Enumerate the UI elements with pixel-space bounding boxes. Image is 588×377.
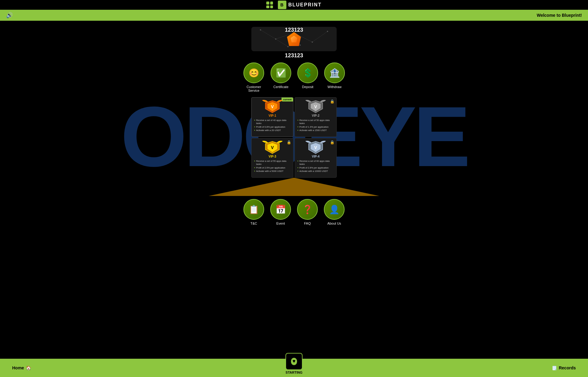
svg-line-3 — [312, 31, 328, 42]
vip2-title: VIP-2 — [297, 114, 334, 117]
svg-point-7 — [275, 38, 276, 40]
about-us-item[interactable]: 👤 About Us — [324, 199, 345, 225]
faq-icon: ❓ — [297, 199, 318, 220]
grid-icon[interactable] — [266, 2, 273, 8]
user-id-display: 123123 — [285, 52, 303, 59]
vip2-feature1: Receive a set of 50 apps data tasks — [297, 119, 334, 125]
about-us-icon: 👤 — [324, 199, 345, 220]
vip2-badge: V — [297, 101, 334, 113]
center-nav: STARTING — [285, 361, 303, 374]
vip3-feature2: Profit of 2.5% per application — [254, 166, 291, 169]
svg-text:V: V — [314, 145, 317, 150]
blueprint-logo: B BLUEPRINT — [278, 1, 322, 9]
vip1-feature1: Receive a set of 40 apps data tasks — [254, 119, 291, 125]
vip3-badge: V — [254, 141, 291, 154]
svg-point-9 — [312, 41, 313, 43]
vip4-badge: V — [297, 141, 334, 154]
vip1-badge: V — [254, 101, 291, 113]
svg-text:V: V — [314, 104, 317, 109]
vip1-title: VIP-1 — [254, 114, 291, 117]
customer-service-icon: 😊 — [243, 62, 264, 83]
vip3-card[interactable]: 🔒 V VIP-3 Receive a set o — [251, 138, 293, 178]
starting-bird-icon — [289, 357, 299, 366]
vip1-wing-left — [262, 99, 268, 105]
home-icon: 🏠 — [26, 365, 31, 370]
vip1-current-badge: current — [282, 98, 293, 101]
svg-point-10 — [327, 31, 328, 32]
vip3-title: VIP-3 — [254, 155, 291, 158]
home-label: Home — [12, 365, 24, 370]
top-navigation: B BLUEPRINT — [0, 0, 588, 10]
tnc-item[interactable]: 📋 T&C — [243, 199, 264, 225]
event-label: Event — [276, 222, 285, 225]
vip4-feature3: Activate with a 10000 USDT — [297, 170, 334, 173]
vip1-feature3: Activate with a 20 USDT — [254, 129, 291, 132]
green-bar: 🔊 Welcome to Blueprint! — [0, 10, 588, 21]
vip2-lock-icon: 🔒 — [330, 99, 335, 104]
welcome-text: Welcome to Blueprint! — [537, 13, 582, 18]
certificate-icon: ✅ — [271, 62, 291, 83]
pyramid-base — [209, 178, 379, 196]
starting-label: STARTING — [285, 371, 302, 374]
profile-section: 123123 — [251, 27, 337, 51]
main-content: ODOEYE — [0, 21, 588, 225]
vip1-wing-right — [277, 99, 283, 105]
withdraw-item[interactable]: 🏦 Withdraw — [324, 62, 345, 92]
deposit-icon: 💲 — [297, 62, 318, 83]
tnc-label: T&C — [250, 222, 257, 225]
vip3-wing-left — [262, 140, 268, 145]
customer-service-label: Customer Service — [243, 85, 264, 92]
volume-icon[interactable]: 🔊 — [6, 12, 13, 19]
vip2-wing-left — [305, 99, 311, 105]
bottom-navigation: Home 🏠 STARTING 🗒️ Records — [0, 359, 588, 377]
deposit-label: Deposit — [302, 85, 313, 89]
event-icon: 📅 — [270, 199, 291, 220]
svg-text:V: V — [271, 104, 274, 109]
certificate-label: Certificate — [273, 85, 289, 89]
faq-item[interactable]: ❓ FAQ — [297, 199, 318, 225]
bottom-action-icons: 📋 T&C 📅 Event ❓ FAQ 👤 About Us — [243, 199, 345, 225]
starting-button[interactable] — [285, 353, 303, 370]
tnc-icon: 📋 — [243, 199, 264, 220]
vip4-feature2: Profit of 2.8% per application — [297, 166, 334, 169]
vip4-wing-left — [305, 140, 311, 145]
vip2-feature2: Profit of 1.3% per application — [297, 126, 334, 129]
svg-text:V: V — [271, 145, 274, 150]
vip4-card[interactable]: 🔒 V VIP-4 Receive a set o — [295, 138, 337, 178]
vip2-feature3: Activate with a 1500 USDT — [297, 129, 334, 132]
vip4-feature1: Receive a set of 60 apps data tasks — [297, 160, 334, 166]
faq-label: FAQ — [304, 222, 311, 225]
withdraw-label: Withdraw — [328, 85, 342, 89]
records-nav-item[interactable]: 🗒️ Records — [552, 365, 576, 370]
about-us-label: About Us — [327, 222, 341, 225]
vip4-title: VIP-4 — [297, 155, 334, 158]
deposit-item[interactable]: 💲 Deposit — [297, 62, 318, 92]
svg-point-6 — [260, 29, 261, 30]
vip3-lock-icon: 🔒 — [287, 140, 291, 144]
vip3-feature3: Activate with a 5000 USDT — [254, 170, 291, 173]
withdraw-icon: 🏦 — [324, 62, 345, 83]
vip-diamond — [287, 32, 301, 46]
vip1-feature2: Profit of 0.8% per application — [254, 126, 291, 129]
records-label: Records — [559, 365, 576, 370]
certificate-item[interactable]: ✅ Certificate — [271, 62, 291, 92]
customer-service-item[interactable]: 😊 Customer Service — [243, 62, 264, 92]
svg-line-0 — [260, 30, 276, 39]
nav-icons: B BLUEPRINT — [266, 1, 322, 9]
vip-cards-grid: current V VIP-1 Receive a — [251, 97, 337, 178]
vip4-lock-icon: 🔒 — [330, 140, 335, 144]
action-icons-row: 😊 Customer Service ✅ Certificate 💲 Depos… — [243, 62, 345, 92]
vip1-card[interactable]: current V VIP-1 Receive a — [251, 97, 293, 137]
event-item[interactable]: 📅 Event — [270, 199, 291, 225]
vip4-wing-right — [320, 140, 326, 145]
vip2-wing-right — [320, 99, 326, 105]
logo-text: BLUEPRINT — [288, 2, 322, 8]
vip3-wing-right — [277, 140, 283, 145]
svg-point-12 — [287, 46, 289, 47]
home-nav-item[interactable]: Home 🏠 — [12, 365, 31, 370]
vip2-card[interactable]: 🔒 V VIP-2 Receive a set o — [295, 97, 337, 137]
svg-line-5 — [276, 39, 288, 47]
logo-box: B — [278, 1, 286, 9]
vip3-feature1: Receive a set of 55 apps data tasks — [254, 160, 291, 166]
records-icon: 🗒️ — [552, 365, 557, 370]
